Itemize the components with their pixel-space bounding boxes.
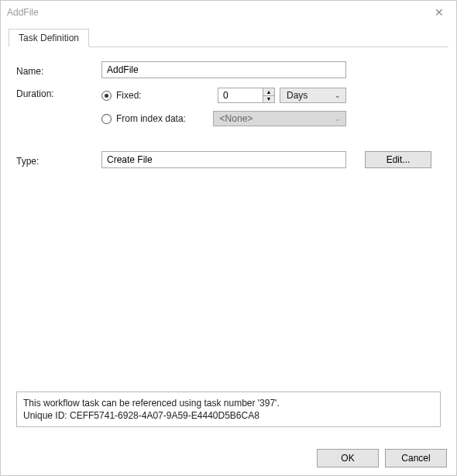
radio-fixed[interactable]: [101, 91, 112, 101]
tab-page: Name: Duration: Fixed: ▲: [9, 47, 448, 435]
titlebar: AddFile ✕: [1, 1, 456, 24]
duration-from-index-line: From index data: <None> ⌄: [101, 109, 346, 128]
client-area: Task Definition Name: Duration: Fixed:: [1, 24, 456, 475]
duration-fixed-line: Fixed: ▲ ▼ Days ⌄: [101, 86, 346, 105]
from-index-select: <None> ⌄: [213, 111, 346, 126]
close-icon[interactable]: ✕: [422, 1, 456, 24]
type-input[interactable]: [101, 151, 346, 168]
unit-select[interactable]: Days ⌄: [280, 88, 346, 103]
label-duration: Duration:: [16, 86, 101, 99]
tabstrip: Task Definition: [9, 29, 448, 47]
edit-button[interactable]: Edit...: [365, 151, 431, 168]
row-name: Name:: [16, 61, 441, 78]
radio-from-index-label: From index data:: [116, 113, 202, 124]
unit-select-value: Days: [287, 90, 308, 101]
fixed-value-input[interactable]: [218, 88, 263, 103]
reference-info: This workflow task can be referenced usi…: [16, 391, 441, 427]
spin-down-icon[interactable]: ▼: [263, 96, 275, 104]
chevron-down-icon: ⌄: [335, 115, 341, 122]
window-title: AddFile: [7, 7, 39, 18]
ok-button[interactable]: OK: [317, 449, 379, 467]
chevron-down-icon: ⌄: [335, 91, 341, 99]
name-input[interactable]: [101, 61, 346, 78]
reference-line-1: This workflow task can be referenced usi…: [23, 397, 434, 409]
duration-options: Fixed: ▲ ▼ Days ⌄: [101, 86, 346, 133]
dialog-window: AddFile ✕ Task Definition Name: Duration…: [0, 0, 457, 476]
form: Name: Duration: Fixed: ▲: [16, 61, 441, 176]
spin-up-icon[interactable]: ▲: [263, 88, 275, 96]
from-index-select-value: <None>: [220, 113, 253, 124]
radio-from-index[interactable]: [101, 114, 112, 124]
cancel-button[interactable]: Cancel: [385, 449, 447, 467]
row-duration: Duration: Fixed: ▲ ▼: [16, 86, 441, 133]
fixed-value-stepper: ▲ ▼: [218, 88, 275, 103]
dialog-footer: OK Cancel: [1, 441, 456, 475]
spin-buttons: ▲ ▼: [263, 88, 275, 103]
row-type: Type: Edit...: [16, 151, 441, 168]
radio-fixed-label: Fixed:: [116, 90, 142, 101]
label-type: Type:: [16, 153, 101, 167]
label-name: Name:: [16, 64, 101, 77]
tab-task-definition[interactable]: Task Definition: [9, 29, 89, 47]
reference-line-2: Unique ID: CEFF5741-6928-4A07-9A59-E4440…: [23, 409, 434, 422]
